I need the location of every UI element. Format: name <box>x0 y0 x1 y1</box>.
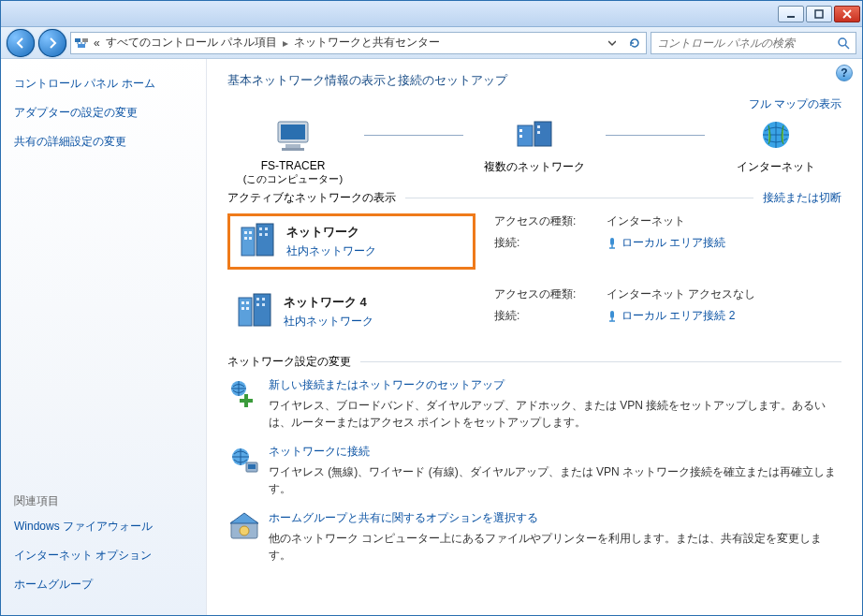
close-button[interactable] <box>834 6 860 22</box>
task-setup-connection-link[interactable]: 新しい接続またはネットワークのセットアップ <box>269 377 841 393</box>
network-category-link[interactable]: 社内ネットワーク <box>286 243 376 259</box>
active-network-row: ネットワーク 社内ネットワーク アクセスの種類: インターネット 接続: ローカ… <box>227 213 841 270</box>
svg-rect-34 <box>256 298 259 301</box>
svg-rect-11 <box>534 122 551 146</box>
network-center-icon <box>73 35 90 51</box>
svg-rect-41 <box>240 399 253 403</box>
navigation-bar: « すべてのコントロール パネル項目 ▸ ネットワークと共有センター <box>1 27 862 59</box>
active-networks-header: アクティブなネットワークの表示 <box>227 190 396 206</box>
sidebar-control-panel-home[interactable]: コントロール パネル ホーム <box>14 76 193 92</box>
connection-link[interactable]: ローカル エリア接続 2 <box>622 308 735 324</box>
svg-rect-21 <box>244 237 247 240</box>
minimize-button[interactable] <box>778 6 804 22</box>
search-icon[interactable] <box>837 37 852 50</box>
search-box[interactable] <box>651 32 856 54</box>
svg-rect-35 <box>262 298 265 301</box>
address-dropdown[interactable] <box>603 34 622 52</box>
svg-rect-32 <box>241 307 244 310</box>
network-card-highlighted[interactable]: ネットワーク 社内ネットワーク <box>227 213 475 270</box>
sidebar-adapter-settings[interactable]: アダプターの設定の変更 <box>14 105 193 121</box>
sidebar-advanced-sharing[interactable]: 共有の詳細設定の変更 <box>14 134 193 150</box>
access-type-value: インターネット アクセスなし <box>607 286 755 302</box>
svg-rect-0 <box>787 16 795 18</box>
map-node3-label: インターネット <box>710 159 841 175</box>
map-node2-label: 複数のネットワーク <box>469 159 600 175</box>
svg-marker-46 <box>230 513 258 523</box>
task-description: ワイヤレス (無線)、ワイヤード (有線)、ダイヤルアップ、または VPN ネッ… <box>269 463 841 497</box>
map-this-computer: FS-TRACER (このコンピューター) <box>227 118 358 186</box>
breadcrumb-root[interactable]: すべてのコントロール パネル項目 <box>106 35 277 51</box>
map-connector-line <box>364 135 463 136</box>
map-node1-label: FS-TRACER <box>227 159 358 172</box>
network-name: ネットワーク <box>286 224 376 241</box>
sidebar: コントロール パネル ホーム アダプターの設定の変更 共有の詳細設定の変更 関連… <box>1 59 207 615</box>
svg-rect-15 <box>537 131 540 134</box>
connection-link[interactable]: ローカル エリア接続 <box>622 235 725 251</box>
sidebar-internet-options[interactable]: インターネット オプション <box>14 548 193 564</box>
maximize-button[interactable] <box>806 6 832 22</box>
task-homegroup-sharing-link[interactable]: ホームグループと共有に関するオプションを選択する <box>269 510 841 526</box>
breadcrumb-current[interactable]: ネットワークと共有センター <box>294 35 440 51</box>
access-type-label: アクセスの種類: <box>494 213 607 229</box>
refresh-button[interactable] <box>625 34 644 52</box>
task-item: 新しい接続またはネットワークのセットアップ ワイヤレス、ブロードバンド、ダイヤル… <box>227 377 841 431</box>
svg-rect-9 <box>282 148 304 151</box>
connect-disconnect-link[interactable]: 接続または切断 <box>763 190 841 206</box>
access-type-value: インターネット <box>607 213 685 229</box>
window-titlebar <box>1 1 862 27</box>
svg-rect-8 <box>285 144 300 148</box>
svg-rect-2 <box>75 38 80 42</box>
svg-rect-33 <box>246 307 249 310</box>
svg-rect-20 <box>249 231 252 234</box>
svg-rect-23 <box>259 227 262 230</box>
sidebar-homegroup[interactable]: ホームグループ <box>14 577 193 593</box>
page-title: 基本ネットワーク情報の表示と接続のセットアップ <box>227 72 841 89</box>
address-bar[interactable]: « すべてのコントロール パネル項目 ▸ ネットワークと共有センター <box>70 32 647 54</box>
task-description: ワイヤレス、ブロードバンド、ダイヤルアップ、アドホック、または VPN 接続をセ… <box>269 397 841 431</box>
svg-rect-12 <box>519 129 522 132</box>
map-internet: インターネット <box>710 118 841 186</box>
connection-label: 接続: <box>494 308 607 324</box>
network-card[interactable]: ネットワーク 4 社内ネットワーク <box>227 286 475 337</box>
setup-connection-icon <box>227 377 261 411</box>
svg-rect-24 <box>265 227 268 230</box>
svg-rect-38 <box>610 311 614 318</box>
svg-rect-28 <box>239 298 252 326</box>
sidebar-windows-firewall[interactable]: Windows ファイアウォール <box>14 519 193 535</box>
back-button[interactable] <box>7 29 35 57</box>
map-connector-line <box>606 135 705 136</box>
svg-rect-26 <box>265 233 268 236</box>
network-settings-header: ネットワーク設定の変更 <box>227 354 351 370</box>
breadcrumb[interactable]: « すべてのコントロール パネル項目 ▸ ネットワークと共有センター <box>94 35 599 51</box>
svg-rect-1 <box>815 10 823 18</box>
svg-rect-30 <box>241 301 244 304</box>
task-description: 他のネットワーク コンピューター上にあるファイルやプリンターを利用します。または… <box>269 530 841 564</box>
svg-rect-37 <box>262 303 265 306</box>
network-name: ネットワーク 4 <box>284 294 373 311</box>
connect-network-icon <box>227 444 261 477</box>
network-category-link[interactable]: 社内ネットワーク <box>284 314 373 330</box>
task-item: ネットワークに接続 ワイヤレス (無線)、ワイヤード (有線)、ダイヤルアップ、… <box>227 444 841 497</box>
task-item: ホームグループと共有に関するオプションを選択する 他のネットワーク コンピュータ… <box>227 510 841 564</box>
help-icon[interactable]: ? <box>836 65 853 81</box>
connection-label: 接続: <box>494 235 607 251</box>
full-map-link[interactable]: フル マップの表示 <box>749 97 841 110</box>
search-input[interactable] <box>655 36 837 51</box>
svg-rect-7 <box>281 125 305 139</box>
svg-rect-22 <box>249 237 252 240</box>
task-connect-network-link[interactable]: ネットワークに接続 <box>269 444 841 460</box>
main-content: ? 基本ネットワーク情報の表示と接続のセットアップ フル マップの表示 FS-T… <box>207 59 862 615</box>
breadcrumb-back-chevron: « <box>94 37 100 50</box>
svg-point-47 <box>240 526 249 535</box>
svg-rect-31 <box>246 301 249 304</box>
svg-rect-14 <box>537 125 540 128</box>
forward-button[interactable] <box>38 29 66 57</box>
svg-rect-3 <box>82 38 88 42</box>
work-network-icon <box>235 292 274 331</box>
nic-icon <box>607 310 618 323</box>
svg-rect-25 <box>259 233 262 236</box>
svg-point-5 <box>839 38 846 46</box>
network-map: FS-TRACER (このコンピューター) 複数のネットワーク <box>227 118 841 186</box>
map-multiple-networks: 複数のネットワーク <box>469 118 600 186</box>
svg-rect-17 <box>241 227 255 256</box>
